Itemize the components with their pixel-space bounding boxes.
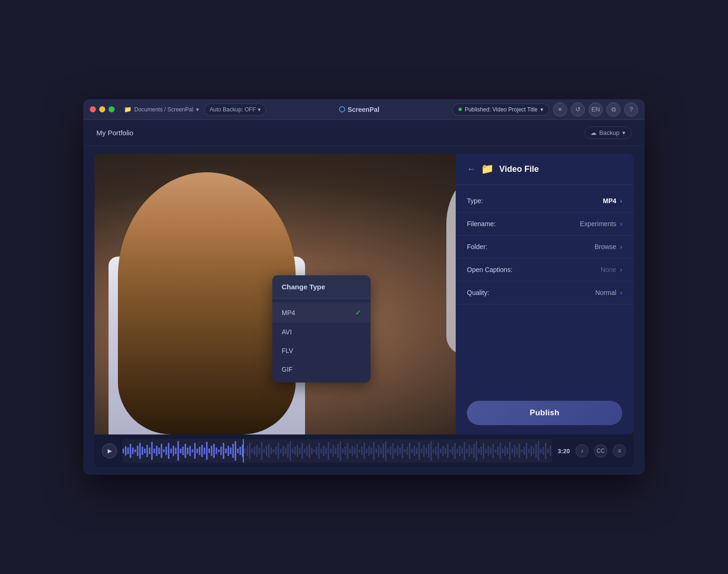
svg-rect-83 <box>199 447 200 455</box>
svg-rect-57 <box>137 446 138 456</box>
portfolio-header: My Portfolio ☁ Backup ▾ <box>83 120 645 146</box>
timeline-bar: ▶ <box>95 434 633 467</box>
published-status-dot <box>459 108 462 111</box>
svg-rect-148 <box>354 448 356 454</box>
svg-rect-177 <box>423 445 425 457</box>
svg-rect-227 <box>543 447 544 455</box>
language-icon-button[interactable]: EN <box>589 103 603 117</box>
folder-chevron-icon: › <box>620 243 622 250</box>
svg-rect-115 <box>275 447 277 455</box>
svg-rect-78 <box>187 448 189 454</box>
svg-rect-107 <box>256 445 258 457</box>
history-icon-button[interactable]: ↺ <box>571 103 585 117</box>
svg-rect-89 <box>213 444 215 458</box>
play-button[interactable]: ▶ <box>102 443 117 458</box>
svg-rect-122 <box>292 449 293 453</box>
music-icon-button[interactable]: ♪ <box>575 444 589 457</box>
svg-rect-155 <box>371 448 372 454</box>
auto-backup-button[interactable]: Auto Backup: OFF ▾ <box>204 103 266 116</box>
svg-rect-145 <box>347 443 348 459</box>
svg-rect-147 <box>352 446 353 456</box>
svg-rect-230 <box>550 446 551 456</box>
type-option-avi[interactable]: AVI <box>272 323 371 341</box>
time-display: 3:20 <box>558 448 570 455</box>
traffic-lights <box>90 106 115 112</box>
waveform-container[interactable]: 1:08:00 <box>123 439 552 463</box>
change-type-list: MP4 ✓ AVI FLV GIF <box>272 299 371 383</box>
svg-rect-137 <box>328 442 329 460</box>
svg-rect-125 <box>299 448 300 454</box>
svg-rect-218 <box>521 449 523 452</box>
panel-footer: Publish <box>456 391 633 434</box>
open-captions-chevron-icon: › <box>620 266 622 273</box>
svg-rect-61 <box>146 445 148 457</box>
auto-backup-label: Auto Backup: OFF <box>210 106 256 113</box>
type-option-mp4[interactable]: MP4 ✓ <box>272 302 371 323</box>
type-label: Type: <box>467 197 483 205</box>
svg-rect-174 <box>416 448 417 454</box>
svg-rect-84 <box>201 445 203 457</box>
svg-rect-108 <box>259 448 260 454</box>
menu-icon-button[interactable]: ≡ <box>553 103 567 117</box>
waveform-svg <box>123 439 552 463</box>
svg-rect-54 <box>130 444 131 458</box>
svg-rect-167 <box>400 448 401 454</box>
maximize-button[interactable] <box>109 106 115 112</box>
svg-rect-65 <box>156 446 157 456</box>
filename-value-button[interactable]: Experiments › <box>580 220 622 228</box>
svg-rect-77 <box>185 444 186 458</box>
type-option-gif[interactable]: GIF <box>272 360 371 379</box>
svg-rect-185 <box>442 446 444 456</box>
svg-rect-225 <box>538 441 539 461</box>
svg-rect-124 <box>297 445 298 457</box>
svg-rect-112 <box>268 444 269 458</box>
backup-button[interactable]: ☁ Backup ▾ <box>584 126 632 139</box>
svg-rect-209 <box>500 443 501 459</box>
close-button[interactable] <box>90 106 96 112</box>
svg-rect-189 <box>452 447 453 455</box>
file-path[interactable]: 📁 Documents / ScreenPal ▾ <box>124 106 199 113</box>
svg-rect-106 <box>254 447 255 455</box>
svg-rect-62 <box>149 448 150 454</box>
svg-rect-140 <box>335 448 336 454</box>
svg-rect-222 <box>531 446 532 456</box>
svg-rect-160 <box>383 444 384 458</box>
svg-rect-146 <box>349 449 350 453</box>
help-icon-button[interactable]: ? <box>624 103 638 117</box>
type-option-flv[interactable]: FLV <box>272 341 371 360</box>
filename-label: Filename: <box>467 220 495 228</box>
svg-rect-200 <box>478 449 480 453</box>
svg-rect-215 <box>514 445 515 457</box>
video-file-panel: ← 📁 Video File Type: MP4 › <box>456 154 633 434</box>
quality-value-button[interactable]: Normal › <box>595 289 622 296</box>
type-value-button[interactable]: MP4 › <box>603 197 622 205</box>
svg-rect-204 <box>488 446 489 456</box>
svg-rect-214 <box>511 449 513 453</box>
svg-rect-121 <box>290 441 291 461</box>
publish-button[interactable]: Publish <box>467 401 622 425</box>
svg-rect-51 <box>123 449 124 453</box>
svg-rect-173 <box>414 446 415 456</box>
svg-rect-134 <box>320 449 322 453</box>
minimize-button[interactable] <box>99 106 105 112</box>
svg-rect-103 <box>247 446 248 456</box>
back-arrow-button[interactable]: ← <box>467 164 475 174</box>
svg-rect-105 <box>251 449 253 453</box>
svg-rect-113 <box>270 448 272 454</box>
cloud-icon: ☁ <box>590 129 597 136</box>
published-dropdown[interactable]: Published: Video Project Title ▾ <box>452 103 549 116</box>
svg-rect-188 <box>450 449 451 452</box>
svg-rect-149 <box>357 444 358 458</box>
layers-icon-button[interactable]: ⧉ <box>606 103 620 117</box>
published-chevron: ▾ <box>540 106 543 113</box>
open-captions-value-button[interactable]: None › <box>601 266 622 273</box>
cc-icon-button[interactable]: CC <box>594 444 607 457</box>
svg-rect-74 <box>177 441 179 461</box>
timeline-menu-button[interactable]: ≡ <box>613 444 626 457</box>
svg-rect-186 <box>444 448 446 454</box>
svg-rect-165 <box>394 449 396 453</box>
svg-rect-172 <box>411 449 413 453</box>
folder-value-button[interactable]: Browse › <box>595 243 622 250</box>
svg-rect-178 <box>426 448 427 454</box>
svg-rect-144 <box>344 447 346 455</box>
